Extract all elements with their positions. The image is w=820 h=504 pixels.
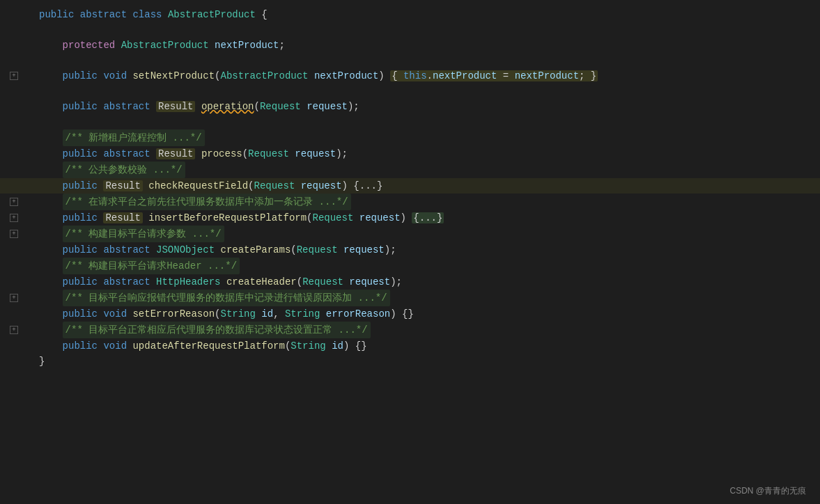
gutter-4 — [0, 53, 28, 68]
gutter-18 — [0, 274, 28, 290]
expand-icon-21[interactable]: + — [10, 326, 18, 334]
line-content-19: /** 目标平台响应报错代理服务的数据库中记录进行错误原因添加 ...*/ — [28, 290, 820, 306]
gutter-12 — [0, 178, 28, 194]
code-line-10: public abstract Result process(Request r… — [0, 146, 820, 162]
code-line-12: public Result checkRequestField(Request … — [0, 178, 820, 194]
line-content-2 — [28, 22, 820, 38]
expand-icon-5[interactable]: + — [10, 72, 18, 80]
comment-param-check: /** 公共参数校验 ...*/ — [63, 162, 185, 178]
gutter-2 — [0, 22, 28, 38]
gutter-19[interactable]: + — [0, 290, 28, 306]
code-line-22: public void updateAfterRequestPlatform(S… — [0, 338, 820, 354]
code-line-23: } — [0, 354, 820, 369]
gutter-23 — [0, 354, 28, 369]
gutter-9 — [0, 129, 28, 146]
code-line-13: + /** 在请求平台之前先往代理服务数据库中添加一条记录 ...*/ — [0, 194, 820, 210]
gutter-10 — [0, 146, 28, 162]
comment-build-params: /** 构建目标平台请求参数 ...*/ — [63, 226, 224, 242]
line-content-12: public Result checkRequestField(Request … — [28, 178, 820, 194]
code-line-9: /** 新增租户流程控制 ...*/ — [0, 129, 820, 146]
gutter-22 — [0, 338, 28, 354]
line-content-9: /** 新增租户流程控制 ...*/ — [28, 129, 820, 146]
code-editor: public abstract class AbstractProduct { … — [0, 0, 820, 504]
expand-icon-15[interactable]: + — [10, 230, 18, 238]
code-line-16: public abstract JSONObject createParams(… — [0, 242, 820, 258]
line-content-20: public void setErrorReason(String id, St… — [28, 306, 820, 322]
line-content-11: /** 公共参数校验 ...*/ — [28, 162, 820, 178]
code-line-4 — [0, 53, 820, 68]
gutter-14[interactable]: + — [0, 210, 28, 226]
gutter-6 — [0, 84, 28, 99]
code-line-8 — [0, 114, 820, 129]
comment-error-reason: /** 目标平台响应报错代理服务的数据库中记录进行错误原因添加 ...*/ — [63, 290, 390, 306]
line-content-7: public abstract Result operation(Request… — [28, 99, 820, 114]
gutter-11 — [0, 162, 28, 178]
code-line-2 — [0, 22, 820, 38]
code-line-17: /** 构建目标平台请求Header ...*/ — [0, 258, 820, 274]
comment-before-request: /** 在请求平台之前先往代理服务数据库中添加一条记录 ...*/ — [63, 194, 351, 210]
line-content-5: public void setNextProduct(AbstractProdu… — [28, 68, 820, 84]
code-line-21: + /** 目标平台正常相应后代理服务的数据库记录状态设置正常 ...*/ — [0, 322, 820, 338]
code-line-18: public abstract HttpHeaders createHeader… — [0, 274, 820, 290]
gutter-1 — [0, 7, 28, 22]
code-line-5: + public void setNextProduct(AbstractPro… — [0, 68, 820, 84]
gutter-5[interactable]: + — [0, 68, 28, 84]
line-content-16: public abstract JSONObject createParams(… — [28, 242, 820, 258]
line-content-13: /** 在请求平台之前先往代理服务数据库中添加一条记录 ...*/ — [28, 194, 820, 210]
line-content-17: /** 构建目标平台请求Header ...*/ — [28, 258, 820, 274]
line-content-23: } — [28, 354, 820, 369]
expand-icon-19[interactable]: + — [10, 294, 18, 302]
code-line-6 — [0, 84, 820, 99]
code-line-20: public void setErrorReason(String id, St… — [0, 306, 820, 322]
gutter-7 — [0, 99, 28, 114]
gutter-21[interactable]: + — [0, 322, 28, 338]
comment-build-header: /** 构建目标平台请求Header ...*/ — [63, 258, 240, 274]
gutter-13[interactable]: + — [0, 194, 28, 210]
line-content-14: public Result insertBeforeRequestPlatfor… — [28, 210, 820, 226]
expand-icon-13[interactable]: + — [10, 198, 18, 206]
gutter-8 — [0, 114, 28, 129]
code-line-15: + /** 构建目标平台请求参数 ...*/ — [0, 226, 820, 242]
code-line-1: public abstract class AbstractProduct { — [0, 7, 820, 22]
expand-icon-14[interactable]: + — [10, 214, 18, 222]
gutter-20 — [0, 306, 28, 322]
line-content-3: protected AbstractProduct nextProduct; — [28, 38, 820, 53]
code-line-3: protected AbstractProduct nextProduct; — [0, 38, 820, 53]
line-content-10: public abstract Result process(Request r… — [28, 146, 820, 162]
comment-update-status: /** 目标平台正常相应后代理服务的数据库记录状态设置正常 ...*/ — [63, 322, 371, 338]
watermark: CSDN @青青的无痕 — [729, 485, 806, 497]
comment-tenant-flow: /** 新增租户流程控制 ...*/ — [63, 129, 205, 146]
code-line-11: /** 公共参数校验 ...*/ — [0, 162, 820, 178]
gutter-3 — [0, 38, 28, 53]
code-line-7: public abstract Result operation(Request… — [0, 99, 820, 114]
line-content-21: /** 目标平台正常相应后代理服务的数据库记录状态设置正常 ...*/ — [28, 322, 820, 338]
code-line-19: + /** 目标平台响应报错代理服务的数据库中记录进行错误原因添加 ...*/ — [0, 290, 820, 306]
line-content-22: public void updateAfterRequestPlatform(S… — [28, 338, 820, 354]
line-content-4 — [28, 53, 820, 68]
gutter-16 — [0, 242, 28, 258]
line-content-18: public abstract HttpHeaders createHeader… — [28, 274, 820, 290]
line-content-1: public abstract class AbstractProduct { — [28, 7, 820, 22]
line-content-6 — [28, 84, 820, 99]
gutter-17 — [0, 258, 28, 274]
code-line-14: + public Result insertBeforeRequestPlatf… — [0, 210, 820, 226]
line-content-15: /** 构建目标平台请求参数 ...*/ — [28, 226, 820, 242]
gutter-15[interactable]: + — [0, 226, 28, 242]
line-content-8 — [28, 114, 820, 129]
